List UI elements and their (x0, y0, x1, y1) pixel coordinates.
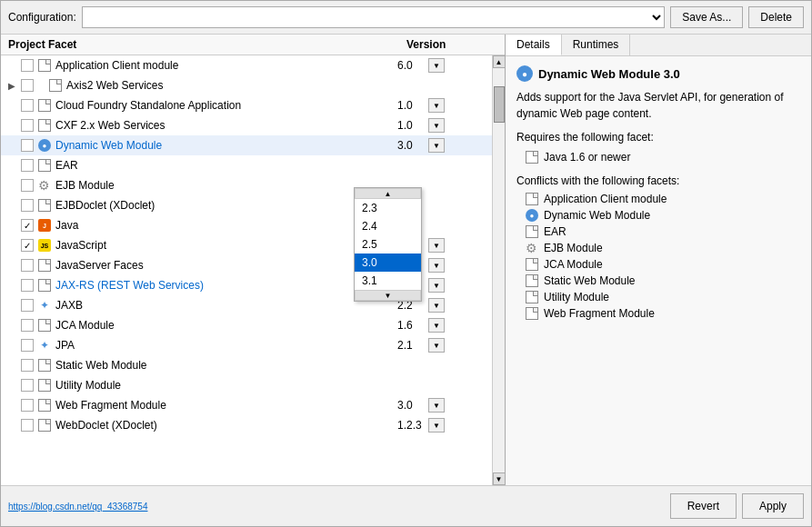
version-dropdown-app-client[interactable]: ▼ (428, 58, 445, 73)
facet-icon-jca (37, 318, 52, 333)
version-dropdown-javascript[interactable]: ▼ (428, 238, 445, 253)
facet-name-utility: Utility Module (55, 379, 397, 392)
facet-item-dynamic-web[interactable]: ● Dynamic Web Module 3.0 ▼ (1, 135, 492, 155)
facet-item-app-client[interactable]: Application Client module 6.0 ▼ (1, 55, 492, 75)
facet-checkbox-web-fragment[interactable] (21, 399, 34, 412)
facet-icon-cloud-foundry (37, 98, 52, 113)
conflict-item: EAR (516, 224, 800, 240)
facet-checkbox-cloud-foundry[interactable] (21, 99, 34, 112)
tab-details[interactable]: Details (506, 35, 562, 55)
facet-checkbox-axis2[interactable] (21, 79, 34, 92)
save-as-button[interactable]: Save As... (670, 6, 743, 28)
version-dropdown-cxf[interactable]: ▼ (428, 118, 445, 133)
version-text-jpa: 2.1 (397, 339, 425, 352)
facet-name-jpa: JPA (55, 339, 397, 352)
facet-name-cloud-foundry: Cloud Foundry Standalone Application (55, 99, 397, 112)
version-dropdown-jpa[interactable]: ▼ (428, 338, 445, 353)
version-dropdown-dynamic-web[interactable]: ▼ (428, 138, 445, 153)
page-icon (38, 419, 51, 432)
version-dropdown-web-fragment[interactable]: ▼ (428, 398, 445, 413)
facet-item-webdoclet[interactable]: WebDoclet (XDoclet) 1.2.3 ▼ (1, 415, 492, 435)
version-dropdown-jaxb[interactable]: ▼ (428, 298, 445, 313)
facet-item-utility[interactable]: Utility Module (1, 375, 492, 395)
facet-item-ear[interactable]: EAR (1, 155, 492, 175)
delete-button[interactable]: Delete (748, 6, 804, 28)
content-area: Project Facet Version Application Client… (1, 35, 811, 485)
page-icon (526, 307, 538, 320)
facet-checkbox-webdoclet[interactable] (21, 419, 34, 432)
dropdown-option-31[interactable]: 3.1 (355, 272, 421, 290)
conflict-item: Application Client module (516, 191, 800, 207)
scroll-thumb[interactable] (494, 86, 505, 123)
page-icon (526, 193, 538, 205)
facet-checkbox-jpa[interactable] (21, 339, 34, 352)
facet-item-web-fragment[interactable]: Web Fragment Module 3.0 ▼ (1, 395, 492, 415)
facet-item-jpa[interactable]: ✦ JPA 2.1 ▼ (1, 335, 492, 355)
version-dropdown-jsf[interactable]: ▼ (428, 258, 445, 273)
conflict-item-name: EJB Module (544, 242, 603, 254)
facet-checkbox-dynamic-web[interactable] (21, 139, 34, 152)
facet-item-cloud-foundry[interactable]: Cloud Foundry Standalone Application 1.0… (1, 95, 492, 115)
conflict-item-icon (526, 193, 538, 205)
version-dropdown-overlay[interactable]: ▲2.32.42.53.03.1▼ (354, 187, 422, 302)
config-label: Configuration: (8, 11, 76, 24)
facet-icon-app-client (37, 58, 52, 73)
revert-button[interactable]: Revert (670, 493, 737, 519)
facet-checkbox-cxf[interactable] (21, 119, 34, 132)
scroll-down-arrow[interactable]: ▼ (493, 472, 506, 485)
facet-icon-axis2 (48, 78, 63, 93)
expand-arrow[interactable]: ▶ (8, 81, 19, 91)
dropdown-option-30[interactable]: 3.0 (355, 254, 421, 272)
facet-name-ear: EAR (55, 159, 397, 172)
page-icon (38, 199, 51, 212)
facet-name-webdoclet: WebDoclet (XDoclet) (55, 419, 397, 432)
scroll-up-arrow[interactable]: ▲ (493, 55, 506, 68)
facet-item-axis2[interactable]: ▶ Axis2 Web Services (1, 75, 492, 95)
dropdown-option-24[interactable]: 2.4 (355, 217, 421, 235)
facet-icon-jpa: ✦ (37, 338, 52, 353)
facet-item-static-web[interactable]: Static Web Module (1, 355, 492, 375)
version-cell-webdoclet: 1.2.3 ▼ (397, 418, 488, 433)
config-select[interactable] (82, 6, 666, 28)
dropdown-up-arrow[interactable]: ▲ (355, 188, 421, 199)
facet-checkbox-jaxb[interactable] (21, 299, 34, 312)
facet-checkbox-java[interactable] (21, 219, 34, 232)
facet-checkbox-jaxrs[interactable] (21, 279, 34, 292)
facet-checkbox-ejbdoclet[interactable] (21, 199, 34, 212)
conflicts-section: Conflicts with the following facets: App… (516, 174, 800, 322)
dropdown-down-arrow[interactable]: ▼ (355, 290, 421, 301)
facet-checkbox-jca[interactable] (21, 319, 34, 332)
facet-checkbox-javascript[interactable] (21, 239, 34, 252)
facet-checkbox-ear[interactable] (21, 159, 34, 172)
facet-checkbox-app-client[interactable] (21, 59, 34, 72)
facet-checkbox-utility[interactable] (21, 379, 34, 392)
facet-item-cxf[interactable]: CXF 2.x Web Services 1.0 ▼ (1, 115, 492, 135)
facet-checkbox-ejb[interactable] (21, 179, 34, 192)
version-dropdown-jaxrs[interactable]: ▼ (428, 278, 445, 293)
detail-title: Dynamic Web Module 3.0 (538, 67, 680, 81)
status-link[interactable]: https://blog.csdn.net/qq_43368754 (8, 502, 147, 512)
tab-runtimes[interactable]: Runtimes (562, 35, 631, 55)
conflict-item-icon (526, 291, 538, 303)
gear-icon: ⚙ (526, 242, 538, 254)
facet-icon-java: J (37, 218, 52, 233)
version-dropdown-cloud-foundry[interactable]: ▼ (428, 98, 445, 113)
apply-button[interactable]: Apply (742, 493, 804, 519)
version-dropdown-webdoclet[interactable]: ▼ (428, 418, 445, 433)
facet-list-scrollbar[interactable]: ▲ ▼ (492, 55, 505, 485)
facet-item-jca[interactable]: JCA Module 1.6 ▼ (1, 315, 492, 335)
dropdown-option-25[interactable]: 2.5 (355, 235, 421, 254)
facet-icon-jaxrs (37, 278, 52, 293)
dropdown-option-23[interactable]: 2.3 (355, 199, 421, 217)
page-icon (38, 399, 51, 412)
page-icon (38, 99, 51, 112)
facet-icon-ejb: ⚙ (37, 178, 52, 193)
version-dropdown-jca[interactable]: ▼ (428, 318, 445, 333)
facet-checkbox-jsf[interactable] (21, 259, 34, 272)
version-cell-cxf: 1.0 ▼ (397, 118, 488, 133)
facet-checkbox-static-web[interactable] (21, 359, 34, 372)
facet-icon-webdoclet (37, 418, 52, 433)
conflict-item: Utility Module (516, 289, 800, 305)
conflict-item-icon (526, 258, 538, 271)
bottom-bar: https://blog.csdn.net/qq_43368754 Revert… (1, 485, 811, 526)
